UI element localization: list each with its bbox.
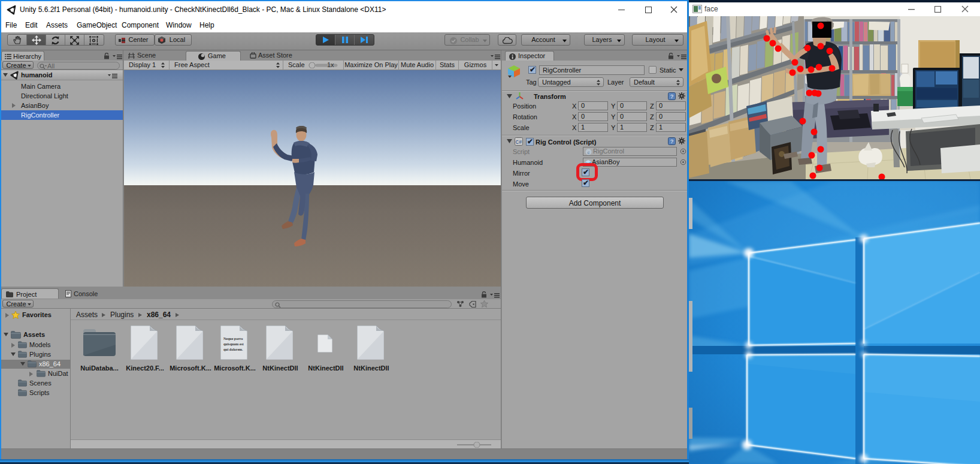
svg-text:?: ? bbox=[670, 138, 673, 144]
svg-text:?: ? bbox=[670, 94, 673, 100]
svg-text:quisquam est: quisquam est bbox=[223, 342, 244, 346]
svg-text:c: c bbox=[588, 150, 590, 155]
svg-text:qui dolorem.: qui dolorem. bbox=[223, 348, 243, 351]
svg-text:Neque porro: Neque porro bbox=[223, 337, 243, 341]
svg-text:C#: C# bbox=[516, 140, 522, 146]
